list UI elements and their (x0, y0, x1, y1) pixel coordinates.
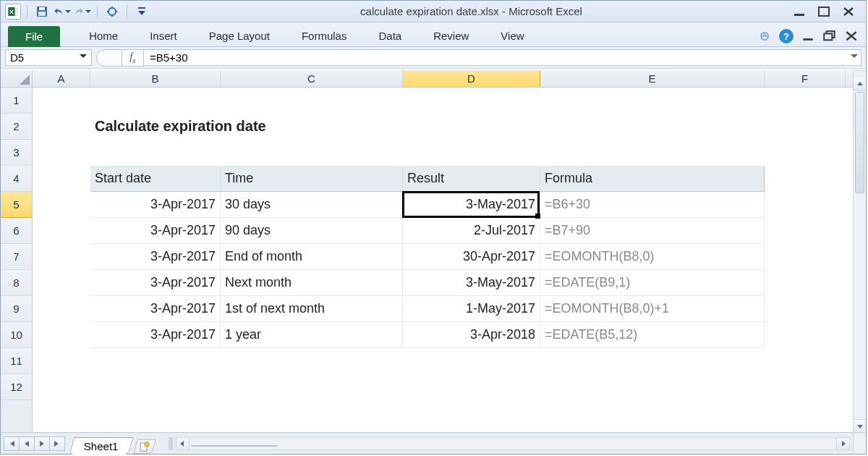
tab-insert[interactable]: Insert (134, 25, 193, 46)
cell[interactable] (403, 348, 540, 374)
cell[interactable]: 3-Apr-2017 (90, 270, 221, 296)
cell[interactable]: =EOMONTH(B8,0)+1 (540, 296, 765, 322)
cell[interactable] (765, 322, 846, 348)
cell[interactable] (33, 140, 90, 166)
help-button[interactable]: ? (779, 29, 793, 43)
minimize-button[interactable] (792, 6, 807, 17)
cell[interactable] (90, 374, 221, 400)
close-button[interactable] (841, 6, 856, 17)
cell[interactable]: 90 days (221, 218, 403, 244)
name-box-dropdown-icon[interactable] (80, 54, 87, 62)
cell[interactable] (33, 348, 90, 374)
sheet-nav-next-button[interactable] (34, 436, 50, 451)
redo-button[interactable] (74, 4, 91, 20)
cell[interactable] (221, 114, 403, 140)
cell[interactable]: 3-Apr-2018 (403, 322, 540, 348)
cell[interactable]: 30-Apr-2017 (403, 244, 540, 270)
row-header[interactable]: 9 (1, 296, 32, 322)
worksheet-title[interactable]: Calculate expiration date (90, 114, 221, 140)
cell[interactable]: 2-Jul-2017 (403, 218, 540, 244)
scroll-right-button[interactable] (836, 438, 849, 449)
tab-view[interactable]: View (485, 25, 540, 46)
cell[interactable] (765, 296, 846, 322)
cell[interactable]: 3-Apr-2017 (90, 296, 221, 322)
cell[interactable] (33, 114, 90, 140)
cell[interactable]: 30 days (221, 192, 403, 218)
sheet-tab-active[interactable]: Sheet1 (69, 437, 133, 455)
cell[interactable] (33, 296, 90, 322)
cell[interactable]: =B6+30 (540, 192, 765, 218)
horizontal-scroll-thumb[interactable] (191, 445, 278, 447)
cell[interactable] (221, 374, 403, 400)
cell[interactable]: 3-Apr-2017 (90, 218, 221, 244)
formula-bar[interactable]: =B5+30 (144, 49, 861, 66)
row-header[interactable]: 1 (1, 88, 32, 114)
workbook-restore-button[interactable] (822, 30, 837, 43)
vertical-split-handle[interactable] (854, 70, 866, 77)
table-header[interactable]: Formula (540, 166, 765, 192)
cell[interactable] (765, 114, 846, 140)
cell[interactable] (33, 192, 90, 218)
row-header[interactable]: 3 (1, 140, 32, 166)
cell[interactable]: 1st of next month (221, 296, 403, 322)
cell[interactable] (33, 244, 90, 270)
cell[interactable] (33, 166, 90, 192)
workbook-close-button[interactable] (844, 30, 859, 43)
cell[interactable]: =EDATE(B5,12) (540, 322, 765, 348)
cell[interactable]: =B7+90 (540, 218, 765, 244)
column-header[interactable]: F (765, 70, 846, 87)
cell[interactable]: =EOMONTH(B8,0) (540, 244, 765, 270)
cell[interactable] (33, 218, 90, 244)
scroll-left-button[interactable] (176, 438, 190, 449)
cell[interactable] (765, 218, 846, 244)
row-header[interactable]: 10 (1, 322, 32, 348)
cell[interactable] (540, 374, 765, 400)
cell[interactable] (540, 88, 765, 114)
cell[interactable] (765, 88, 846, 114)
row-header[interactable]: 6 (1, 218, 32, 244)
table-header[interactable]: Start date (90, 166, 221, 192)
cell[interactable]: End of month (221, 244, 403, 270)
cell[interactable] (765, 140, 846, 166)
vertical-scroll-track[interactable] (854, 90, 866, 419)
cell[interactable] (33, 374, 90, 400)
vertical-scrollbar[interactable] (853, 70, 866, 432)
horizontal-split-handle[interactable] (169, 437, 173, 450)
cell[interactable] (540, 348, 765, 374)
cell[interactable] (765, 244, 846, 270)
save-button[interactable] (33, 4, 51, 20)
table-header[interactable]: Time (221, 166, 403, 192)
cell[interactable] (90, 348, 221, 374)
cell[interactable] (90, 140, 221, 166)
row-header[interactable]: 5 (1, 192, 32, 218)
file-tab[interactable]: File (8, 26, 60, 47)
tab-home[interactable]: Home (73, 25, 134, 46)
cell[interactable] (765, 348, 846, 374)
cell[interactable] (765, 374, 846, 400)
cell[interactable] (765, 270, 846, 296)
row-header[interactable]: 7 (1, 244, 32, 270)
select-all-corner[interactable] (1, 70, 32, 88)
cell[interactable] (90, 88, 221, 114)
cell[interactable]: 1 year (221, 322, 403, 348)
cell[interactable] (221, 348, 403, 374)
horizontal-scrollbar[interactable] (176, 437, 850, 450)
cell[interactable]: =EDATE(B9,1) (540, 270, 765, 296)
cancel-formula-button[interactable] (96, 49, 122, 67)
cell[interactable] (765, 192, 846, 218)
cell[interactable]: 3-May-2017 (403, 270, 540, 296)
cell[interactable] (403, 114, 540, 140)
formula-bar-expand-icon[interactable] (851, 54, 858, 62)
cells-area[interactable]: Calculate expiration date (33, 88, 853, 432)
tab-formulas[interactable]: Formulas (286, 25, 363, 46)
cell[interactable] (33, 322, 90, 348)
scroll-up-button[interactable] (854, 77, 866, 90)
column-header[interactable]: C (221, 70, 403, 87)
column-header[interactable]: B (90, 70, 221, 87)
row-header[interactable]: 8 (1, 270, 32, 296)
cell[interactable] (221, 88, 403, 114)
cell[interactable] (403, 88, 540, 114)
cell[interactable] (33, 88, 90, 114)
row-header[interactable]: 2 (1, 114, 32, 140)
sheet-nav-first-button[interactable] (4, 436, 20, 451)
